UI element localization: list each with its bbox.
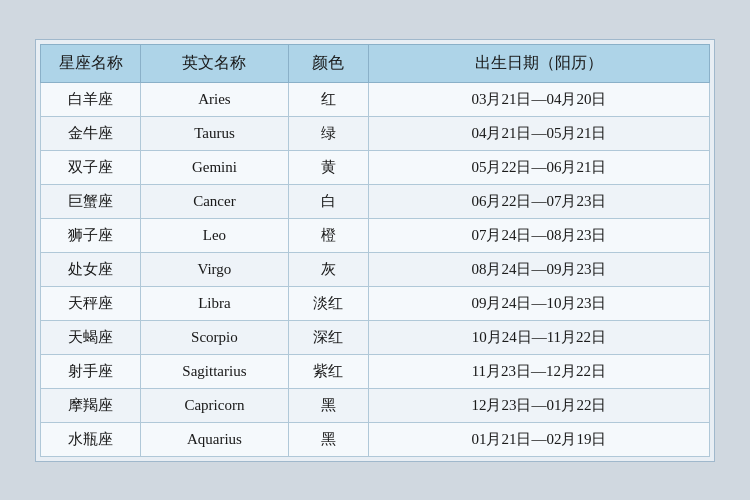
cell-date: 10月24日—11月22日 [368, 320, 709, 354]
cell-color: 淡红 [288, 286, 368, 320]
cell-english: Aquarius [141, 422, 288, 456]
cell-english: Leo [141, 218, 288, 252]
cell-chinese: 水瓶座 [41, 422, 141, 456]
cell-date: 08月24日—09月23日 [368, 252, 709, 286]
cell-color: 红 [288, 82, 368, 116]
cell-english: Capricorn [141, 388, 288, 422]
cell-date: 04月21日—05月21日 [368, 116, 709, 150]
zodiac-table: 星座名称 英文名称 颜色 出生日期（阳历） 白羊座Aries红03月21日—04… [40, 44, 710, 457]
cell-english: Gemini [141, 150, 288, 184]
cell-date: 05月22日—06月21日 [368, 150, 709, 184]
cell-english: Libra [141, 286, 288, 320]
table-row: 双子座Gemini黄05月22日—06月21日 [41, 150, 710, 184]
cell-color: 白 [288, 184, 368, 218]
cell-color: 深红 [288, 320, 368, 354]
table-row: 狮子座Leo橙07月24日—08月23日 [41, 218, 710, 252]
cell-english: Sagittarius [141, 354, 288, 388]
cell-color: 黑 [288, 388, 368, 422]
cell-chinese: 天秤座 [41, 286, 141, 320]
cell-chinese: 双子座 [41, 150, 141, 184]
cell-english: Scorpio [141, 320, 288, 354]
cell-chinese: 巨蟹座 [41, 184, 141, 218]
table-row: 白羊座Aries红03月21日—04月20日 [41, 82, 710, 116]
cell-chinese: 狮子座 [41, 218, 141, 252]
cell-color: 灰 [288, 252, 368, 286]
table-header-row: 星座名称 英文名称 颜色 出生日期（阳历） [41, 44, 710, 82]
cell-date: 09月24日—10月23日 [368, 286, 709, 320]
cell-date: 11月23日—12月22日 [368, 354, 709, 388]
cell-date: 01月21日—02月19日 [368, 422, 709, 456]
header-color: 颜色 [288, 44, 368, 82]
cell-chinese: 处女座 [41, 252, 141, 286]
cell-english: Virgo [141, 252, 288, 286]
table-row: 射手座Sagittarius紫红11月23日—12月22日 [41, 354, 710, 388]
cell-date: 03月21日—04月20日 [368, 82, 709, 116]
table-row: 巨蟹座Cancer白06月22日—07月23日 [41, 184, 710, 218]
cell-chinese: 白羊座 [41, 82, 141, 116]
cell-color: 绿 [288, 116, 368, 150]
table-row: 天秤座Libra淡红09月24日—10月23日 [41, 286, 710, 320]
cell-color: 橙 [288, 218, 368, 252]
cell-chinese: 射手座 [41, 354, 141, 388]
zodiac-table-container: 星座名称 英文名称 颜色 出生日期（阳历） 白羊座Aries红03月21日—04… [35, 39, 715, 462]
cell-date: 06月22日—07月23日 [368, 184, 709, 218]
table-row: 天蝎座Scorpio深红10月24日—11月22日 [41, 320, 710, 354]
cell-color: 黄 [288, 150, 368, 184]
table-row: 摩羯座Capricorn黑12月23日—01月22日 [41, 388, 710, 422]
table-body: 白羊座Aries红03月21日—04月20日金牛座Taurus绿04月21日—0… [41, 82, 710, 456]
header-english: 英文名称 [141, 44, 288, 82]
header-date: 出生日期（阳历） [368, 44, 709, 82]
cell-chinese: 摩羯座 [41, 388, 141, 422]
cell-chinese: 天蝎座 [41, 320, 141, 354]
header-chinese: 星座名称 [41, 44, 141, 82]
cell-color: 黑 [288, 422, 368, 456]
cell-chinese: 金牛座 [41, 116, 141, 150]
table-row: 处女座Virgo灰08月24日—09月23日 [41, 252, 710, 286]
cell-date: 07月24日—08月23日 [368, 218, 709, 252]
cell-english: Aries [141, 82, 288, 116]
table-row: 金牛座Taurus绿04月21日—05月21日 [41, 116, 710, 150]
cell-english: Cancer [141, 184, 288, 218]
cell-date: 12月23日—01月22日 [368, 388, 709, 422]
cell-english: Taurus [141, 116, 288, 150]
cell-color: 紫红 [288, 354, 368, 388]
table-row: 水瓶座Aquarius黑01月21日—02月19日 [41, 422, 710, 456]
